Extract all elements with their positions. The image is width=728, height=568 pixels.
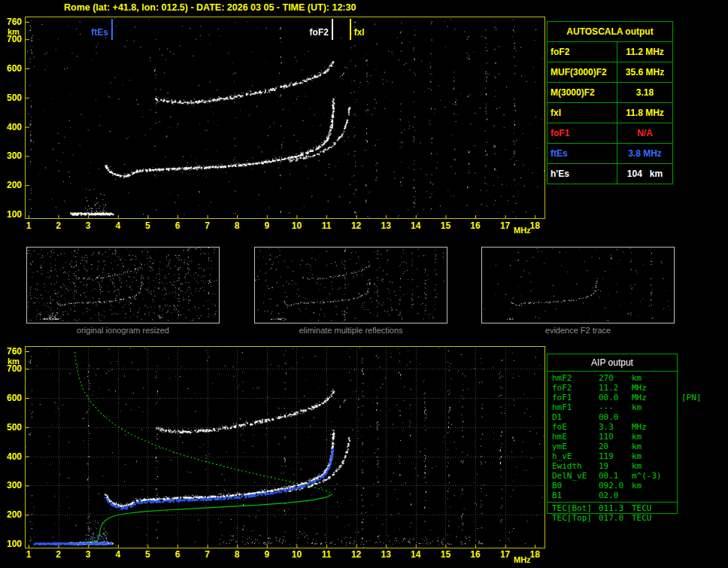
aip-table-rows: hmF2270kmfoF211.2MHzfoF100.0MHz[PN]hmF1-… bbox=[548, 372, 677, 500]
aip-row-value: 119 bbox=[599, 451, 614, 461]
autoscala-row-value: 104 km bbox=[617, 164, 672, 184]
x-axis-tick-label: 14 bbox=[407, 549, 425, 560]
y-axis-tick-label: 600 bbox=[2, 393, 22, 403]
aip-row-unit: km bbox=[632, 402, 642, 412]
bottom-ionogram-plot bbox=[25, 346, 545, 548]
aip-row-name: TEC[Top] bbox=[552, 513, 592, 523]
aip-row-unit: MHz bbox=[632, 422, 647, 432]
autoscala-row-value: 35.6 MHz bbox=[617, 62, 672, 82]
y-axis-tick-label: 500 bbox=[2, 93, 22, 103]
y-axis-tick-label: 500 bbox=[2, 422, 22, 433]
aip-row-name: B0 bbox=[552, 481, 562, 491]
x-axis-tick-label: 8 bbox=[228, 220, 246, 231]
y-axis-tick-label: 300 bbox=[2, 480, 22, 491]
aip-table-row: TEC[Top]017.0TECU bbox=[548, 513, 677, 523]
aip-row-value: 20 bbox=[599, 442, 608, 451]
aip-output-table: AIP output hmF2270kmfoF211.2MHzfoF100.0M… bbox=[547, 354, 678, 514]
aip-row-name: DelN_vE bbox=[552, 471, 587, 481]
x-axis-tick-label: 2 bbox=[50, 549, 68, 560]
autoscala-row-label: MUF(3000)F2 bbox=[548, 62, 617, 82]
autoscala-row-label: h'Es bbox=[548, 164, 617, 184]
aip-table-row: foE3.3MHz bbox=[548, 422, 677, 432]
aip-row-unit: km bbox=[632, 442, 642, 451]
x-axis-tick-label: 4 bbox=[109, 549, 127, 560]
aip-table-row: Ewidth19km bbox=[548, 461, 677, 471]
x-axis-tick-label: 14 bbox=[407, 220, 425, 231]
thumbnail-original-ionogram bbox=[26, 247, 220, 323]
aip-row-value: 3.3 bbox=[599, 422, 614, 432]
y-axis-tick-label: 200 bbox=[2, 509, 22, 520]
marker-line-ftEs bbox=[111, 19, 113, 40]
aip-table-row: foF211.2MHz bbox=[548, 383, 677, 393]
autoscala-table-row: MUF(3000)F235.6 MHz bbox=[548, 62, 672, 83]
aip-row-value: 011.3 bbox=[599, 503, 623, 513]
aip-row-name: hmE bbox=[552, 432, 567, 442]
thumbnail-multiple-reflections bbox=[254, 247, 447, 323]
aip-row-name: ymE bbox=[552, 442, 567, 451]
autoscala-row-label: fxI bbox=[548, 103, 617, 123]
aip-tec-bot-row-holder: TEC[Bot]011.3TECU bbox=[548, 503, 677, 513]
x-axis-tick-label: 12 bbox=[347, 220, 366, 231]
autoscala-table-row: M(3000)F23.18 bbox=[548, 83, 672, 103]
aip-row-unit: km bbox=[632, 373, 642, 383]
y-axis-tick-label: 700 bbox=[2, 34, 22, 44]
aip-table-row: B102.0 bbox=[548, 491, 677, 500]
aip-row-name: B1 bbox=[552, 491, 562, 500]
marker-line-fxI bbox=[350, 19, 351, 40]
aip-table-row: TEC[Bot]011.3TECU bbox=[548, 503, 677, 513]
aip-row-extra: [PN] bbox=[681, 393, 702, 402]
y-axis-tick-label: 400 bbox=[2, 122, 22, 132]
x-axis-tick-label: 11 bbox=[317, 549, 335, 560]
aip-row-value: 00.1 bbox=[599, 471, 619, 481]
x-axis-tick-label: 5 bbox=[138, 549, 156, 560]
autoscala-row-label: foF2 bbox=[548, 42, 617, 62]
autoscala-table-header: AUTOSCALA output bbox=[548, 22, 672, 42]
aip-row-unit: m^(-3) bbox=[632, 471, 662, 481]
autoscala-table-row: h'Es104 km bbox=[548, 164, 672, 184]
y-axis-tick-label: 760 bbox=[2, 17, 22, 27]
x-axis-tick-label: 12 bbox=[347, 549, 366, 560]
autoscala-table-row: ftEs3.8 MHz bbox=[548, 144, 672, 164]
x-axis-tick-label: 9 bbox=[258, 549, 276, 560]
y-axis-tick-label: 300 bbox=[2, 150, 22, 161]
x-axis-tick-label: 17 bbox=[496, 549, 514, 560]
aip-table-row: h_vE119km bbox=[548, 451, 677, 461]
aip-row-unit: MHz bbox=[632, 393, 647, 402]
x-axis-tick-label: 16 bbox=[466, 220, 484, 231]
autoscala-table-rows: foF211.2 MHzMUF(3000)F235.6 MHzM(3000)F2… bbox=[548, 42, 672, 184]
thumbnail-caption-f2trace: evidence F2 trace bbox=[481, 326, 675, 335]
autoscala-row-value: 11.2 MHz bbox=[617, 42, 672, 62]
x-axis-tick-label: 7 bbox=[199, 220, 217, 231]
aip-table-row: DelN_vE00.1m^(-3) bbox=[548, 471, 677, 481]
top-ionogram-canvas bbox=[25, 17, 545, 219]
aip-tec-top-row-holder: TEC[Top]017.0TECU bbox=[548, 513, 677, 523]
x-axis-tick-label: 11 bbox=[317, 220, 335, 231]
marker-label-foF2: foF2 bbox=[299, 27, 329, 38]
thumbnail-canvas-original bbox=[27, 248, 217, 321]
autoscala-row-label: ftEs bbox=[548, 144, 617, 163]
autoscala-table-row: foF1N/A bbox=[548, 123, 672, 144]
autoscala-row-value: N/A bbox=[617, 123, 672, 143]
x-axis-tick-label: 7 bbox=[199, 549, 217, 560]
autoscala-row-label: foF1 bbox=[548, 123, 617, 143]
y-axis-tick-label: 600 bbox=[2, 63, 22, 74]
x-axis-tick-label: 1 bbox=[20, 220, 38, 231]
marker-label-ftEs: ftEs bbox=[78, 27, 108, 38]
aip-row-name: hmF1 bbox=[552, 402, 572, 412]
aip-row-value: 00.0 bbox=[599, 393, 619, 402]
aip-row-unit: km bbox=[632, 451, 642, 461]
aip-row-value: --- bbox=[599, 402, 614, 412]
aip-row-unit: TECU bbox=[632, 513, 652, 523]
x-axis-tick-label: 1 bbox=[20, 549, 38, 560]
aip-row-value: 017.0 bbox=[599, 513, 623, 523]
top-ionogram-plot bbox=[25, 17, 545, 219]
autoscala-window: Rome (lat: +41.8, lon: 012.5) - DATE: 20… bbox=[0, 0, 728, 568]
aip-row-value: 110 bbox=[599, 432, 614, 442]
x-axis-tick-label: 5 bbox=[138, 220, 156, 231]
aip-row-name: Ewidth bbox=[552, 461, 582, 471]
x-axis-tick-label: 8 bbox=[228, 549, 246, 560]
y-axis-tick-label: 400 bbox=[2, 451, 22, 462]
aip-row-value: 092.0 bbox=[599, 481, 623, 491]
y-axis-tick-label: 700 bbox=[2, 363, 22, 374]
aip-row-unit: TECU bbox=[632, 503, 652, 513]
